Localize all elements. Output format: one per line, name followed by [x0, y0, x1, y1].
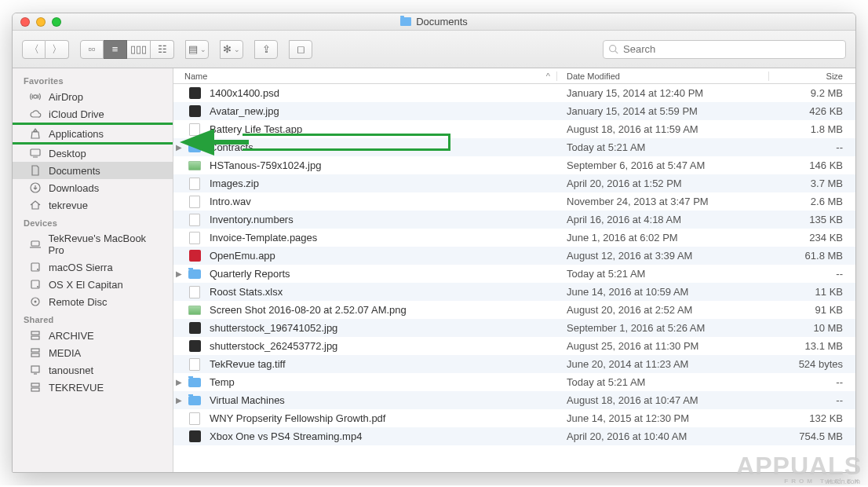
sidebar-item-remote-disc[interactable]: Remote Disc [13, 293, 173, 310]
sidebar-item-tekrevue[interactable]: tekrevue [13, 196, 173, 214]
file-size: 1.8 MB [769, 123, 855, 135]
column-view-button[interactable]: ▯▯▯ [127, 40, 151, 59]
tags-button[interactable]: ◻ [289, 40, 312, 59]
file-row[interactable]: OpenEmu.appAugust 12, 2016 at 3:39 AM61.… [173, 247, 855, 265]
file-list: Name ^ Date Modified Size 1400x1400.psdJ… [173, 68, 855, 472]
icon-view-button[interactable]: ▫▫ [80, 40, 104, 59]
column-date[interactable]: Date Modified [557, 71, 769, 81]
sidebar-item-icloud-drive[interactable]: iCloud Drive [13, 105, 173, 123]
file-row[interactable]: 1400x1400.psdJanuary 15, 2014 at 12:40 P… [173, 84, 855, 102]
sidebar-item-macos-sierra[interactable]: macOS Sierra [13, 258, 173, 276]
file-row[interactable]: Images.zipApril 20, 2016 at 1:52 PM3.7 M… [173, 174, 855, 192]
minimize-button[interactable] [36, 17, 46, 27]
search-input[interactable] [623, 43, 841, 55]
sidebar-item-label: Applications [49, 128, 104, 140]
remotedisc-icon [28, 295, 42, 308]
file-row[interactable]: TekRevue tag.tiffJune 20, 2014 at 11:23 … [173, 355, 855, 373]
file-row[interactable]: Inventory.numbersApril 16, 2016 at 4:18 … [173, 211, 855, 229]
disclosure-triangle-icon[interactable]: ▶ [173, 396, 184, 405]
file-size: 524 bytes [769, 358, 855, 370]
sidebar-item-label: OS X El Capitan [49, 279, 123, 291]
disclosure-triangle-icon[interactable]: ▶ [173, 143, 184, 152]
search-field[interactable] [603, 40, 846, 59]
file-name: 1400x1400.psd [210, 87, 279, 99]
file-row[interactable]: shutterstock_196741052.jpgSeptember 1, 2… [173, 319, 855, 337]
doc-icon [28, 164, 42, 177]
svg-rect-14 [31, 331, 39, 335]
app-icon [189, 250, 201, 262]
svg-point-9 [37, 269, 38, 270]
file-row[interactable]: ▶Quarterly ReportsToday at 5:21 AM-- [173, 265, 855, 283]
file-row[interactable]: Screen Shot 2016-08-20 at 2.52.07 AM.png… [173, 301, 855, 319]
cloud-icon [28, 108, 42, 120]
file-row[interactable]: Invoice-Template.pagesJune 1, 2016 at 6:… [173, 229, 855, 247]
sidebar-item-label: tekrevue [49, 200, 88, 211]
file-row[interactable]: Xbox One vs PS4 Streaming.mp4April 20, 2… [173, 427, 855, 445]
sidebar-item-airdrop[interactable]: AirDrop [13, 88, 173, 105]
file-size: 146 KB [769, 159, 855, 171]
file-row[interactable]: ▶TempToday at 5:21 AM-- [173, 373, 855, 391]
column-size[interactable]: Size [769, 71, 855, 81]
file-icon [189, 178, 200, 190]
svg-rect-15 [31, 336, 39, 339]
sidebar-item-label: MEDIA [49, 347, 81, 359]
sidebar-item-desktop[interactable]: Desktop [13, 145, 173, 162]
airdrop-icon [28, 90, 42, 103]
sidebar-item-documents[interactable]: Documents [13, 162, 173, 179]
file-size: 135 KB [769, 214, 855, 225]
file-size: 9.2 MB [769, 87, 855, 99]
file-row[interactable]: shutterstock_262453772.jpgAugust 25, 201… [173, 337, 855, 355]
svg-line-1 [615, 51, 618, 53]
file-date: June 20, 2014 at 11:23 AM [557, 358, 769, 370]
sidebar-item-label: ARCHIVE [49, 330, 94, 342]
back-button[interactable]: 〈 [22, 40, 46, 59]
file-row[interactable]: ▶Virtual MachinesAugust 18, 2016 at 10:4… [173, 391, 855, 409]
sidebar-item-label: TekRevue's MacBook Pro [49, 233, 162, 256]
file-name: TekRevue tag.tiff [210, 358, 286, 370]
file-name: Intro.wav [210, 196, 251, 207]
file-size: 10 MB [769, 322, 855, 334]
sidebar-item-archive[interactable]: ARCHIVE [13, 327, 173, 344]
sidebar-item-media[interactable]: MEDIA [13, 344, 173, 361]
file-row[interactable]: Intro.wavNovember 24, 2013 at 3:47 PM2.6… [173, 192, 855, 211]
arrange-button[interactable]: ▤⌄ [185, 40, 209, 59]
list-view-button[interactable]: ≡ [104, 40, 127, 59]
sidebar-item-label: tanousnet [49, 364, 93, 376]
svg-point-13 [35, 301, 37, 303]
forward-button[interactable]: 〉 [46, 40, 69, 59]
coverflow-view-button[interactable]: ☷ [151, 40, 174, 59]
file-row[interactable]: ▶ContractsToday at 5:21 AM-- [173, 138, 855, 156]
close-button[interactable] [20, 17, 30, 27]
disclosure-triangle-icon[interactable]: ▶ [173, 269, 184, 278]
file-row[interactable]: Roost Stats.xlsxJune 14, 2016 at 10:59 A… [173, 283, 855, 301]
sidebar-item-label: Downloads [49, 182, 99, 194]
column-name[interactable]: Name ^ [173, 71, 557, 81]
file-icon [189, 430, 201, 442]
sidebar-item-os-x-el-capitan[interactable]: OS X El Capitan [13, 276, 173, 293]
file-name: Virtual Machines [210, 394, 285, 406]
share-button[interactable]: ⇪ [254, 40, 278, 59]
sidebar-item-tanousnet[interactable]: tanousnet [13, 361, 173, 379]
file-icon [189, 340, 201, 352]
view-mode-buttons: ▫▫ ≡ ▯▯▯ ☷ [80, 40, 174, 59]
file-date: August 18, 2016 at 11:59 AM [557, 123, 769, 135]
sidebar-item-label: TEKREVUE [49, 382, 104, 394]
sidebar-item-tekrevue[interactable]: TEKREVUE [13, 379, 173, 396]
zoom-button[interactable] [52, 17, 61, 27]
window-title: Documents [416, 16, 468, 27]
sidebar-item-downloads[interactable]: Downloads [13, 179, 173, 196]
action-button[interactable]: ✻⌄ [220, 40, 243, 59]
file-row[interactable]: HSTanous-759x1024.jpgSeptember 6, 2016 a… [173, 156, 855, 174]
sidebar-section-header: Devices [13, 214, 173, 230]
sidebar-item-tekrevue-s-macbook-pro[interactable]: TekRevue's MacBook Pro [13, 230, 173, 258]
file-row[interactable]: Avatar_new.jpgJanuary 15, 2014 at 5:59 P… [173, 102, 855, 120]
sidebar-item-applications[interactable]: Applications [13, 123, 173, 145]
file-row[interactable]: Battery Life Test.appAugust 18, 2016 at … [173, 120, 855, 138]
file-row[interactable]: WNY Propserity Fellowship Growth.pdfJune… [173, 409, 855, 427]
nav-buttons: 〈 〉 [22, 40, 69, 59]
sort-indicator-icon: ^ [546, 71, 556, 81]
file-date: Today at 5:21 AM [557, 268, 769, 280]
disclosure-triangle-icon[interactable]: ▶ [173, 378, 184, 386]
folder-icon [188, 143, 201, 152]
sidebar-item-label: macOS Sierra [49, 262, 113, 273]
